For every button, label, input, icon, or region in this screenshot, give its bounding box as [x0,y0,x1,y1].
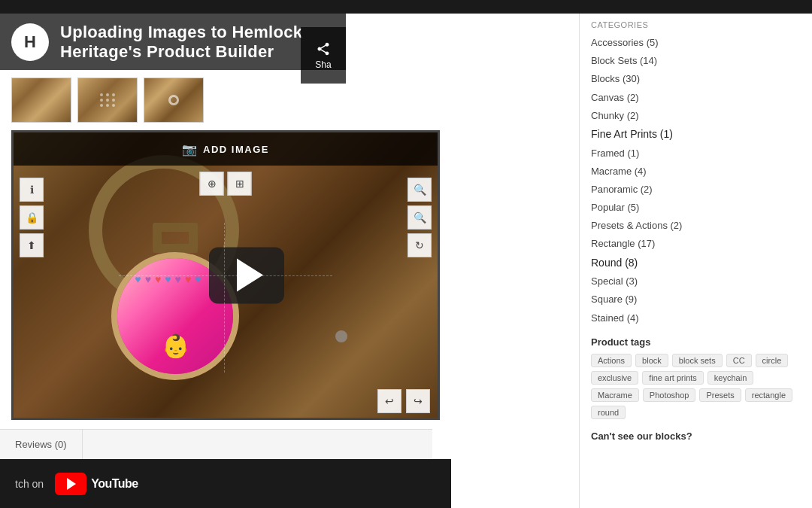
cursor-indicator [335,330,347,342]
category-rectangle[interactable]: Rectangle (17) [591,235,801,253]
category-panoramic[interactable]: Panoramic (2) [591,181,801,199]
category-presets-actions[interactable]: Presets & Actions (2) [591,217,801,235]
thumbnail-3[interactable] [144,78,204,123]
tag-fine-art-prints[interactable]: fine art prints [642,371,704,385]
video-container[interactable]: ♥ ♥ ♥ ♥ ♥ ♥ ♥ ♥ 👶 [11,130,440,420]
category-stained[interactable]: Stained (4) [591,309,801,327]
right-sidebar: Categories Accessories (5) Block Sets (1… [579,14,812,508]
tag-photoshop[interactable]: Photoshop [643,388,696,402]
category-framed[interactable]: Framed (1) [591,144,801,163]
zoom-out-button[interactable]: 🔍 [408,205,432,230]
upload-button[interactable]: ⬆ [20,233,44,257]
add-image-label[interactable]: ADD IMAGE [203,144,269,155]
thumbnail-1[interactable] [11,78,71,123]
category-fine-art-prints[interactable]: Fine Art Prints (1) [591,125,801,144]
video-bottom-bar: ↩ ↪ [14,385,438,418]
watch-on-text: tch on [15,478,44,490]
info-button[interactable]: ℹ [20,178,44,202]
main-container: H Uploading Images to Hemlock Heritage's… [0,14,812,508]
category-canvas[interactable]: Canvas (2) [591,89,801,107]
tag-cc[interactable]: CC [726,354,752,367]
share-label: Sha [315,59,331,70]
youtube-label: YouTube [91,477,138,491]
category-special[interactable]: Special (3) [591,272,801,291]
tag-round[interactable]: round [591,406,626,419]
tabs-bar: Reviews (0) [0,429,432,459]
product-tags-section: Product tags Actions block block sets CC… [591,336,801,419]
cant-see-section: Can't see our blocks? [591,430,801,442]
share-icon [316,41,331,56]
youtube-icon [55,473,86,495]
tag-keychain[interactable]: keychain [707,371,753,385]
magnet-button[interactable]: ⊕ [200,172,224,196]
category-chunky[interactable]: Chunky (2) [591,107,801,125]
product-tags-title: Product tags [591,336,801,348]
crop-button[interactable]: ⊞ [228,172,252,196]
video-toolbar-right: 🔍 🔍 ↻ [408,170,432,257]
tag-block-sets[interactable]: block sets [672,354,723,367]
category-popular[interactable]: Popular (5) [591,199,801,217]
category-accessories[interactable]: Accessories (5) [591,34,801,52]
video-top-bar: 📷 ADD IMAGE [14,132,438,166]
tag-exclusive[interactable]: exclusive [591,371,638,385]
video-background: ♥ ♥ ♥ ♥ ♥ ♥ ♥ ♥ 👶 [14,132,438,418]
tag-circle[interactable]: circle [756,354,789,367]
thumb-dots [100,93,115,107]
left-content: H Uploading Images to Hemlock Heritage's… [0,14,579,508]
thumbnail-2[interactable] [77,78,138,123]
share-area[interactable]: Sha [301,27,346,84]
video-header-bar: H Uploading Images to Hemlock Heritage's… [0,14,346,70]
camera-icon: 📷 [182,142,197,157]
logo-letter: H [24,32,36,52]
category-macrame[interactable]: Macrame (4) [591,163,801,181]
undo-button[interactable]: ↩ [377,389,401,413]
guide-line-h [119,275,332,276]
top-bar [0,0,812,14]
thumbnail-strip [11,78,204,123]
categories-title: Categories [591,20,801,29]
tags-container: Actions block block sets CC circle exclu… [591,354,801,419]
tag-block[interactable]: block [635,354,668,367]
tag-macrame[interactable]: Macrame [591,388,639,402]
yt-play-triangle [67,478,76,490]
cant-see-text: Can't see our blocks? [591,430,692,442]
center-toolbar: ⊕ ⊞ [200,172,252,196]
lock-button[interactable]: 🔒 [20,205,44,230]
tag-actions[interactable]: Actions [591,354,632,367]
refresh-button[interactable]: ↻ [408,233,432,257]
tab-reviews[interactable]: Reviews (0) [0,430,83,459]
redo-button[interactable]: ↪ [406,389,430,413]
guide-line-v [224,223,225,373]
category-square[interactable]: Square (9) [591,291,801,309]
video-title: Uploading Images to Hemlock Heritage's P… [60,23,335,62]
baby-figure: 👶 [162,333,189,359]
zoom-in-button[interactable]: 🔍 [408,178,432,202]
tag-presets[interactable]: Presets [699,388,741,402]
categories-list: Accessories (5) Block Sets (14) Blocks (… [591,34,801,327]
category-blocks[interactable]: Blocks (30) [591,70,801,88]
youtube-logo[interactable]: YouTube [55,473,138,495]
video-toolbar-left: ℹ 🔒 ⬆ [20,170,44,257]
category-block-sets[interactable]: Block Sets (14) [591,52,801,70]
youtube-bar: tch on YouTube [0,459,451,508]
tag-rectangle[interactable]: rectangle [745,388,792,402]
category-round[interactable]: Round (8) [591,254,801,273]
brand-logo: H [11,23,49,61]
